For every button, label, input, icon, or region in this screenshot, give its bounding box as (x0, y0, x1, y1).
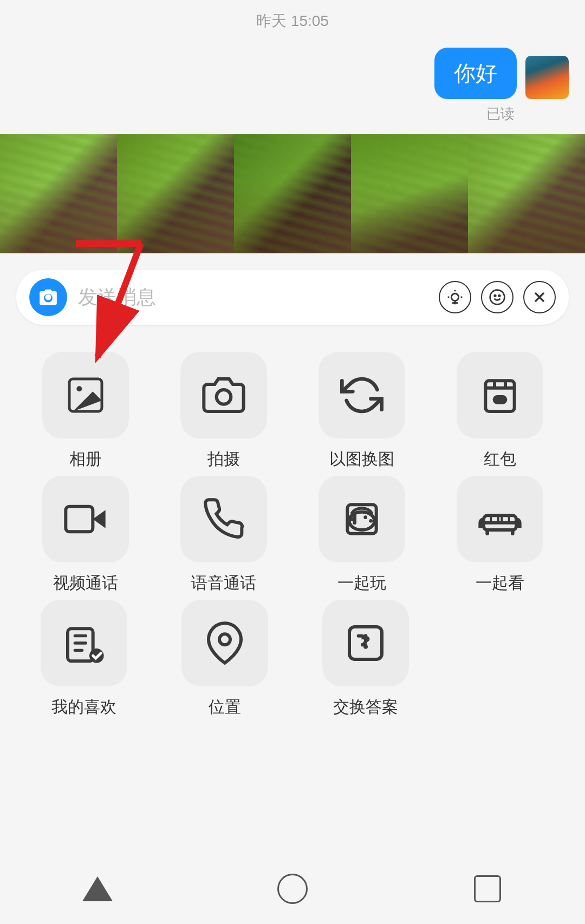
close-button[interactable] (523, 281, 556, 313)
album-icon (64, 373, 107, 417)
home-button[interactable] (271, 867, 314, 910)
svg-rect-19 (491, 515, 498, 522)
camera-icon-box[interactable] (180, 352, 267, 438)
album-label: 相册 (69, 448, 102, 470)
voice-icon (446, 289, 464, 306)
svg-marker-15 (93, 510, 105, 528)
svg-point-4 (451, 293, 458, 300)
message-bubble: 你好 (434, 48, 517, 99)
red-packet-label: 红包 (484, 448, 516, 470)
play-together-label: 一起玩 (337, 572, 386, 594)
grid-row-2: 视频通话 语音通话 一起玩 (16, 476, 569, 594)
video-call-icon (64, 497, 107, 541)
grid-item-play-together[interactable]: 一起玩 (302, 476, 421, 594)
favorites-icon (62, 621, 106, 665)
grid-item-watch-together[interactable]: 一起看 (440, 476, 560, 594)
photo-strip[interactable] (0, 134, 585, 253)
camera-button[interactable] (29, 278, 67, 316)
grid-item-video-call[interactable]: 视频通话 (26, 476, 145, 594)
svg-text:?: ? (361, 632, 370, 650)
svg-point-12 (216, 390, 231, 404)
watch-together-label: 一起看 (476, 572, 524, 594)
svg-rect-14 (492, 395, 507, 404)
message-row: 你好 (434, 48, 569, 99)
back-button[interactable] (76, 867, 119, 910)
svg-point-7 (499, 295, 500, 297)
grid-item-exchange-answer[interactable]: ? 交换答案 (306, 600, 425, 718)
photo-item[interactable] (468, 134, 585, 253)
grid-item-album[interactable]: 相册 (26, 352, 145, 470)
video-call-icon-box[interactable] (42, 476, 129, 562)
video-call-label: 视频通话 (53, 572, 118, 594)
input-bar[interactable]: 发送消息 (16, 270, 569, 325)
image-swap-icon-box[interactable] (318, 352, 405, 438)
red-packet-icon (478, 373, 522, 417)
photo-item[interactable] (117, 134, 234, 253)
recents-button[interactable] (466, 867, 509, 910)
exchange-answer-label: 交换答案 (333, 696, 398, 718)
voice-call-label: 语音通话 (191, 572, 256, 594)
grid-item-favorites[interactable]: 我的喜欢 (24, 600, 144, 718)
grid-item-location[interactable]: 位置 (165, 600, 284, 718)
voice-call-icon (202, 497, 245, 541)
close-icon (531, 289, 548, 306)
grid-row-3: 我的喜欢 位置 ? 交换答案 (16, 600, 569, 718)
location-icon (203, 621, 246, 665)
svg-point-5 (490, 290, 505, 305)
input-area: 发送消息 (0, 259, 585, 336)
grid-item-red-packet[interactable]: 红包 (440, 352, 560, 470)
emoji-icon (489, 289, 506, 306)
album-icon-box[interactable] (42, 352, 129, 438)
play-together-icon (340, 497, 384, 541)
photo-item[interactable] (351, 134, 468, 253)
avatar (525, 56, 569, 99)
red-packet-icon-box[interactable] (457, 352, 543, 438)
grid-item-camera[interactable]: 拍摄 (164, 352, 283, 470)
svg-point-23 (219, 634, 230, 645)
svg-rect-16 (66, 507, 93, 532)
image-swap-icon (340, 373, 384, 417)
message-input[interactable]: 发送消息 (78, 284, 428, 311)
camera-label: 拍摄 (207, 448, 240, 470)
grid-item-voice-call[interactable]: 语音通话 (164, 476, 283, 594)
grid-row-1: 相册 拍摄 以图换图 (16, 352, 569, 470)
input-icons (439, 281, 556, 313)
recents-icon (474, 875, 501, 902)
watch-together-icon (478, 497, 522, 541)
voice-call-icon-box[interactable] (180, 476, 267, 562)
location-icon-box[interactable] (181, 600, 268, 686)
play-together-icon-box[interactable] (318, 476, 405, 562)
image-swap-label: 以图换图 (329, 448, 394, 470)
exchange-answer-icon: ? (344, 621, 387, 665)
camera-icon (38, 287, 58, 307)
message-area: 你好 已读 (0, 37, 585, 129)
location-label: 位置 (209, 696, 241, 718)
photo-item[interactable] (234, 134, 351, 253)
svg-point-11 (76, 386, 82, 391)
emoji-button[interactable] (481, 281, 514, 313)
home-icon (277, 874, 308, 904)
voice-input-button[interactable] (439, 281, 471, 313)
grid-item-image-swap[interactable]: 以图换图 (302, 352, 421, 470)
watch-together-icon-box[interactable] (457, 476, 543, 562)
svg-point-6 (495, 295, 496, 297)
photo-item[interactable] (0, 134, 117, 253)
timestamp: 昨天 15:05 (0, 0, 585, 37)
favorites-icon-box[interactable] (41, 600, 127, 686)
camera-grid-icon (202, 373, 245, 417)
back-icon (82, 876, 113, 901)
svg-rect-21 (68, 628, 93, 661)
favorites-label: 我的喜欢 (51, 696, 116, 718)
svg-point-3 (45, 294, 51, 300)
read-status: 已读 (486, 104, 569, 123)
exchange-answer-icon-box[interactable]: ? (322, 600, 409, 686)
bottom-nav (0, 859, 585, 924)
svg-rect-20 (502, 515, 509, 522)
action-grid: 相册 拍摄 以图换图 (0, 336, 585, 735)
